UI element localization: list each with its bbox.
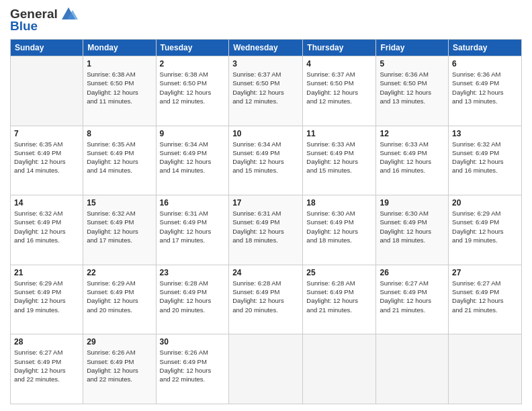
day-info: Sunrise: 6:29 AMSunset: 6:49 PMDaylight:… xyxy=(87,279,152,314)
calendar-cell xyxy=(229,334,303,404)
calendar-cell: 18Sunrise: 6:30 AMSunset: 6:49 PMDayligh… xyxy=(303,195,376,265)
day-number: 5 xyxy=(380,59,445,68)
day-number: 21 xyxy=(14,268,79,277)
day-info: Sunrise: 6:37 AMSunset: 6:50 PMDaylight:… xyxy=(306,70,372,105)
calendar-cell: 12Sunrise: 6:33 AMSunset: 6:49 PMDayligh… xyxy=(376,126,449,195)
day-info: Sunrise: 6:27 AMSunset: 6:49 PMDaylight:… xyxy=(380,279,445,314)
calendar-cell: 7Sunrise: 6:35 AMSunset: 6:49 PMDaylight… xyxy=(11,126,83,195)
calendar-cell: 30Sunrise: 6:26 AMSunset: 6:49 PMDayligh… xyxy=(156,334,229,404)
calendar-cell xyxy=(303,334,376,404)
day-info: Sunrise: 6:28 AMSunset: 6:49 PMDaylight:… xyxy=(306,279,372,314)
day-number: 8 xyxy=(87,129,152,138)
day-number: 14 xyxy=(14,198,79,208)
day-number: 22 xyxy=(87,268,152,277)
day-info: Sunrise: 6:36 AMSunset: 6:50 PMDaylight:… xyxy=(380,70,445,105)
day-info: Sunrise: 6:34 AMSunset: 6:49 PMDaylight:… xyxy=(232,140,299,175)
calendar-week-3: 14Sunrise: 6:32 AMSunset: 6:49 PMDayligh… xyxy=(11,195,522,265)
calendar-cell: 20Sunrise: 6:29 AMSunset: 6:49 PMDayligh… xyxy=(449,195,522,265)
calendar-week-4: 21Sunrise: 6:29 AMSunset: 6:49 PMDayligh… xyxy=(11,265,522,334)
day-info: Sunrise: 6:29 AMSunset: 6:49 PMDaylight:… xyxy=(14,279,79,314)
day-info: Sunrise: 6:33 AMSunset: 6:49 PMDaylight:… xyxy=(306,140,372,175)
day-info: Sunrise: 6:38 AMSunset: 6:50 PMDaylight:… xyxy=(87,70,152,105)
day-number: 1 xyxy=(87,59,152,68)
calendar-cell: 3Sunrise: 6:37 AMSunset: 6:50 PMDaylight… xyxy=(229,56,303,126)
day-info: Sunrise: 6:29 AMSunset: 6:49 PMDaylight:… xyxy=(452,209,518,244)
calendar-cell: 4Sunrise: 6:37 AMSunset: 6:50 PMDaylight… xyxy=(303,56,376,126)
day-info: Sunrise: 6:30 AMSunset: 6:49 PMDaylight:… xyxy=(380,209,445,244)
day-number: 19 xyxy=(380,198,445,208)
day-info: Sunrise: 6:34 AMSunset: 6:49 PMDaylight:… xyxy=(160,140,226,175)
day-info: Sunrise: 6:38 AMSunset: 6:50 PMDaylight:… xyxy=(160,70,226,105)
calendar-cell: 21Sunrise: 6:29 AMSunset: 6:49 PMDayligh… xyxy=(11,265,83,334)
day-number: 18 xyxy=(306,198,372,208)
day-info: Sunrise: 6:28 AMSunset: 6:49 PMDaylight:… xyxy=(232,279,299,314)
calendar-cell: 16Sunrise: 6:31 AMSunset: 6:49 PMDayligh… xyxy=(156,195,229,265)
day-info: Sunrise: 6:26 AMSunset: 6:49 PMDaylight:… xyxy=(87,348,152,383)
calendar-cell: 23Sunrise: 6:28 AMSunset: 6:49 PMDayligh… xyxy=(156,265,229,334)
logo: General Blue xyxy=(10,7,78,34)
day-number: 7 xyxy=(14,129,79,138)
header: General Blue xyxy=(10,7,522,34)
day-info: Sunrise: 6:33 AMSunset: 6:49 PMDaylight:… xyxy=(380,140,445,175)
calendar-cell: 9Sunrise: 6:34 AMSunset: 6:49 PMDaylight… xyxy=(156,126,229,195)
day-info: Sunrise: 6:35 AMSunset: 6:49 PMDaylight:… xyxy=(87,140,152,175)
day-number: 13 xyxy=(452,129,518,138)
calendar-cell: 27Sunrise: 6:27 AMSunset: 6:49 PMDayligh… xyxy=(449,265,522,334)
day-number: 27 xyxy=(452,268,518,277)
day-number: 16 xyxy=(160,198,226,208)
day-number: 25 xyxy=(306,268,372,277)
day-number: 26 xyxy=(380,268,445,277)
col-header-saturday: Saturday xyxy=(449,40,522,56)
calendar-cell: 15Sunrise: 6:32 AMSunset: 6:49 PMDayligh… xyxy=(83,195,156,265)
calendar-cell: 25Sunrise: 6:28 AMSunset: 6:49 PMDayligh… xyxy=(303,265,376,334)
calendar-cell: 10Sunrise: 6:34 AMSunset: 6:49 PMDayligh… xyxy=(229,126,303,195)
day-info: Sunrise: 6:32 AMSunset: 6:49 PMDaylight:… xyxy=(452,140,518,175)
calendar-header-row: SundayMondayTuesdayWednesdayThursdayFrid… xyxy=(11,40,522,56)
logo-icon xyxy=(59,6,78,21)
day-number: 3 xyxy=(232,59,299,68)
day-number: 2 xyxy=(160,59,226,68)
day-number: 15 xyxy=(87,198,152,208)
day-info: Sunrise: 6:27 AMSunset: 6:49 PMDaylight:… xyxy=(452,279,518,314)
day-number: 28 xyxy=(14,337,79,347)
day-number: 11 xyxy=(306,129,372,138)
calendar-cell: 1Sunrise: 6:38 AMSunset: 6:50 PMDaylight… xyxy=(83,56,156,126)
calendar-cell: 6Sunrise: 6:36 AMSunset: 6:49 PMDaylight… xyxy=(449,56,522,126)
day-info: Sunrise: 6:30 AMSunset: 6:49 PMDaylight:… xyxy=(306,209,372,244)
calendar-cell: 28Sunrise: 6:27 AMSunset: 6:49 PMDayligh… xyxy=(11,334,83,404)
calendar-cell: 17Sunrise: 6:31 AMSunset: 6:49 PMDayligh… xyxy=(229,195,303,265)
calendar-cell: 24Sunrise: 6:28 AMSunset: 6:49 PMDayligh… xyxy=(229,265,303,334)
day-info: Sunrise: 6:37 AMSunset: 6:50 PMDaylight:… xyxy=(232,70,299,105)
calendar-cell: 29Sunrise: 6:26 AMSunset: 6:49 PMDayligh… xyxy=(83,334,156,404)
col-header-monday: Monday xyxy=(83,40,156,56)
col-header-tuesday: Tuesday xyxy=(156,40,229,56)
col-header-sunday: Sunday xyxy=(11,40,83,56)
calendar-cell: 11Sunrise: 6:33 AMSunset: 6:49 PMDayligh… xyxy=(303,126,376,195)
page: General Blue SundayMondayTuesdayWednesda… xyxy=(0,0,532,411)
day-info: Sunrise: 6:31 AMSunset: 6:49 PMDaylight:… xyxy=(232,209,299,244)
calendar-table: SundayMondayTuesdayWednesdayThursdayFrid… xyxy=(10,39,522,404)
calendar-cell: 22Sunrise: 6:29 AMSunset: 6:49 PMDayligh… xyxy=(83,265,156,334)
calendar-cell: 5Sunrise: 6:36 AMSunset: 6:50 PMDaylight… xyxy=(376,56,449,126)
calendar-week-1: 1Sunrise: 6:38 AMSunset: 6:50 PMDaylight… xyxy=(11,56,522,126)
calendar-cell: 19Sunrise: 6:30 AMSunset: 6:49 PMDayligh… xyxy=(376,195,449,265)
calendar-cell: 2Sunrise: 6:38 AMSunset: 6:50 PMDaylight… xyxy=(156,56,229,126)
col-header-friday: Friday xyxy=(376,40,449,56)
calendar-cell xyxy=(449,334,522,404)
day-number: 24 xyxy=(232,268,299,277)
day-info: Sunrise: 6:28 AMSunset: 6:49 PMDaylight:… xyxy=(160,279,226,314)
day-info: Sunrise: 6:26 AMSunset: 6:49 PMDaylight:… xyxy=(160,348,226,383)
day-info: Sunrise: 6:32 AMSunset: 6:49 PMDaylight:… xyxy=(87,209,152,244)
day-info: Sunrise: 6:27 AMSunset: 6:49 PMDaylight:… xyxy=(14,348,79,383)
day-info: Sunrise: 6:35 AMSunset: 6:49 PMDaylight:… xyxy=(14,140,79,175)
day-number: 12 xyxy=(380,129,445,138)
day-number: 30 xyxy=(160,337,226,347)
calendar-week-5: 28Sunrise: 6:27 AMSunset: 6:49 PMDayligh… xyxy=(11,334,522,404)
day-number: 9 xyxy=(160,129,226,138)
calendar-cell: 8Sunrise: 6:35 AMSunset: 6:49 PMDaylight… xyxy=(83,126,156,195)
day-info: Sunrise: 6:36 AMSunset: 6:49 PMDaylight:… xyxy=(452,70,518,105)
calendar-cell: 26Sunrise: 6:27 AMSunset: 6:49 PMDayligh… xyxy=(376,265,449,334)
logo-blue: Blue xyxy=(10,19,38,34)
calendar-cell xyxy=(376,334,449,404)
day-number: 17 xyxy=(232,198,299,208)
